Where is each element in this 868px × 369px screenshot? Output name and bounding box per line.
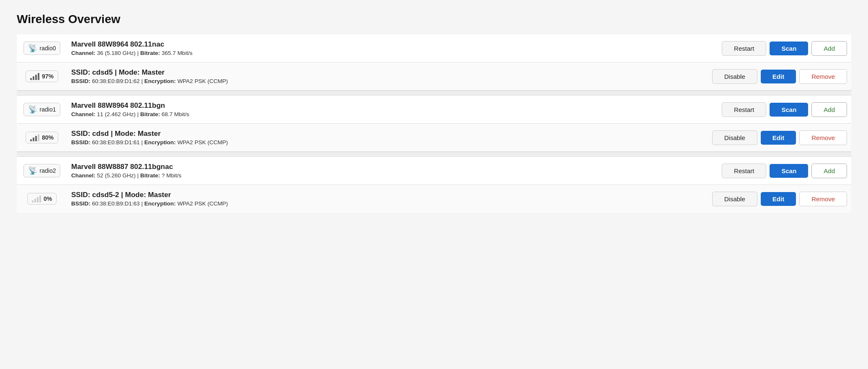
remove-button-radio1[interactable]: Remove — [799, 130, 847, 145]
scan-button-radio1[interactable]: Scan — [770, 103, 808, 117]
add-button-radio0[interactable]: Add — [811, 41, 847, 56]
signal-icon-radio2: 0% — [21, 193, 63, 205]
radio-info-radio1: Marvell 88W8964 802.11bgn Channel: 11 (2… — [71, 101, 688, 117]
signal-badge-radio1: 80% — [26, 132, 58, 143]
ssid-main-line-radio1: SSID: cdsd | Mode: Master — [71, 130, 688, 138]
radio-badge-radio0: 📡 radio0 — [23, 42, 61, 55]
remove-button-radio2[interactable]: Remove — [799, 192, 847, 206]
bitrate-label-radio1: Bitrate: — [140, 111, 160, 117]
ssid-main-line-radio2: SSID: cdsd5-2 | Mode: Master — [71, 191, 688, 199]
radio-actions-radio2: Restart Scan Add — [688, 164, 847, 178]
mode-label-radio1: Mode: — [115, 130, 136, 138]
restart-button-radio0[interactable]: Restart — [722, 41, 766, 56]
radio-badge-radio2: 📡 radio2 — [23, 164, 61, 177]
add-button-radio2[interactable]: Add — [811, 164, 847, 178]
edit-button-radio0[interactable]: Edit — [761, 70, 796, 83]
ssid-label-radio2: SSID: — [71, 191, 90, 199]
wifi-icon-radio2: 📡 — [28, 166, 37, 175]
encryption-label-radio0: Encryption: — [145, 78, 176, 84]
radio-actions-radio1: Restart Scan Add — [688, 102, 847, 117]
bssid-label-radio0: BSSID: — [71, 78, 90, 84]
signal-percent-radio2: 0% — [44, 195, 52, 202]
ssid-label-radio0: SSID: — [71, 68, 90, 76]
ssid-sub-line-radio1: BSSID: 60:38:E0:B9:D1:61 | Encryption: W… — [71, 139, 688, 146]
radio-device-radio0: Marvell 88W8964 802.11nac — [71, 40, 688, 49]
ssid-row-radio2: 0% SSID: cdsd5-2 | Mode: Master BSSID: 6… — [17, 185, 851, 213]
signal-badge-radio2: 0% — [27, 193, 57, 205]
ssid-label-radio1: SSID: — [71, 130, 90, 138]
remove-button-radio0[interactable]: Remove — [799, 69, 847, 84]
channel-label-radio0: Channel: — [71, 50, 96, 56]
radio-device-radio2: Marvell 88W8887 802.11bgnac — [71, 163, 688, 171]
signal-percent-radio0: 97% — [42, 73, 54, 80]
channel-label-radio2: Channel: — [71, 172, 96, 179]
ssid-actions-radio2: Disable Edit Remove — [688, 192, 847, 206]
radio-actions-radio0: Restart Scan Add — [688, 41, 847, 56]
ssid-actions-radio0: Disable Edit Remove — [688, 69, 847, 84]
ssid-row-radio0: 97% SSID: cdsd5 | Mode: Master BSSID: 60… — [17, 62, 851, 91]
disable-button-radio2[interactable]: Disable — [712, 192, 757, 206]
signal-icon-radio0: 97% — [21, 70, 63, 82]
radio-row-radio1: 📡 radio1 Marvell 88W8964 802.11bgn Chann… — [17, 96, 851, 124]
ssid-sub-line-radio2: BSSID: 60:38:E0:B9:D1:63 | Encryption: W… — [71, 200, 688, 207]
edit-button-radio2[interactable]: Edit — [761, 192, 796, 206]
ssid-info-radio0: SSID: cdsd5 | Mode: Master BSSID: 60:38:… — [71, 68, 688, 84]
bitrate-label-radio0: Bitrate: — [140, 50, 160, 56]
radio-icon-radio1: 📡 radio1 — [21, 103, 63, 116]
signal-badge-radio0: 97% — [26, 70, 58, 82]
mode-label-radio2: Mode: — [125, 191, 146, 199]
radio-details-radio0: Channel: 36 (5.180 GHz) | Bitrate: 365.7… — [71, 50, 688, 56]
radio-badge-radio1: 📡 radio1 — [23, 103, 61, 116]
add-button-radio1[interactable]: Add — [811, 102, 847, 117]
radio-icon-radio0: 📡 radio0 — [21, 42, 63, 55]
radio-details-radio1: Channel: 11 (2.462 GHz) | Bitrate: 68.7 … — [71, 111, 688, 117]
disable-button-radio1[interactable]: Disable — [712, 130, 757, 145]
signal-icon-radio1: 80% — [21, 132, 63, 143]
radio-label-radio0: radio0 — [40, 45, 56, 52]
wireless-overview: 📡 radio0 Marvell 88W8964 802.11nac Chann… — [17, 34, 851, 213]
wifi-icon-radio0: 📡 — [28, 44, 37, 53]
ssid-info-radio1: SSID: cdsd | Mode: Master BSSID: 60:38:E… — [71, 130, 688, 146]
bssid-label-radio2: BSSID: — [71, 200, 90, 207]
ssid-sub-line-radio0: BSSID: 60:38:E0:B9:D1:62 | Encryption: W… — [71, 78, 688, 84]
separator-1 — [17, 152, 851, 157]
restart-button-radio1[interactable]: Restart — [722, 102, 766, 117]
radio-row-radio2: 📡 radio2 Marvell 88W8887 802.11bgnac Cha… — [17, 157, 851, 185]
channel-label-radio1: Channel: — [71, 111, 96, 117]
encryption-label-radio2: Encryption: — [145, 200, 176, 207]
encryption-label-radio1: Encryption: — [145, 139, 176, 146]
radio-device-radio1: Marvell 88W8964 802.11bgn — [71, 101, 688, 110]
radio-label-radio2: radio2 — [40, 167, 56, 174]
ssid-row-radio1: 80% SSID: cdsd | Mode: Master BSSID: 60:… — [17, 124, 851, 152]
disable-button-radio0[interactable]: Disable — [712, 69, 757, 84]
radio-info-radio0: Marvell 88W8964 802.11nac Channel: 36 (5… — [71, 40, 688, 56]
radio-row-radio0: 📡 radio0 Marvell 88W8964 802.11nac Chann… — [17, 34, 851, 62]
restart-button-radio2[interactable]: Restart — [722, 164, 766, 178]
scan-button-radio2[interactable]: Scan — [770, 164, 808, 178]
radio-icon-radio2: 📡 radio2 — [21, 164, 63, 177]
separator-0 — [17, 91, 851, 96]
ssid-main-line-radio0: SSID: cdsd5 | Mode: Master — [71, 68, 688, 77]
edit-button-radio1[interactable]: Edit — [761, 131, 796, 145]
ssid-info-radio2: SSID: cdsd5-2 | Mode: Master BSSID: 60:3… — [71, 191, 688, 207]
ssid-actions-radio1: Disable Edit Remove — [688, 130, 847, 145]
bssid-label-radio1: BSSID: — [71, 139, 90, 146]
page-title: Wireless Overview — [17, 13, 851, 26]
mode-label-radio0: Mode: — [119, 68, 140, 76]
radio-details-radio2: Channel: 52 (5.260 GHz) | Bitrate: ? Mbi… — [71, 172, 688, 179]
radio-info-radio2: Marvell 88W8887 802.11bgnac Channel: 52 … — [71, 163, 688, 179]
scan-button-radio0[interactable]: Scan — [770, 42, 808, 55]
wifi-icon-radio1: 📡 — [28, 105, 37, 114]
signal-percent-radio1: 80% — [42, 134, 54, 141]
radio-label-radio1: radio1 — [40, 106, 56, 113]
bitrate-label-radio2: Bitrate: — [140, 172, 160, 179]
